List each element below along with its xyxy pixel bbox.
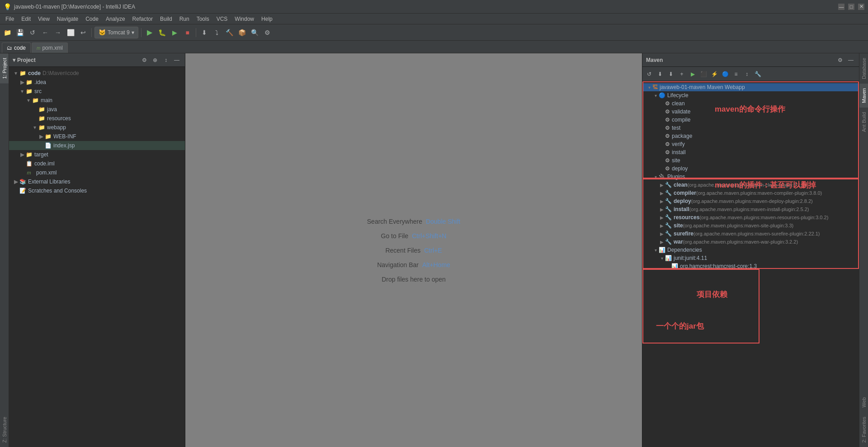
save-button[interactable]: 💾 <box>14 27 25 38</box>
maven-lifecycle-package[interactable]: ⚙ package <box>642 132 859 140</box>
menu-window[interactable]: Window <box>231 15 258 23</box>
sidebar-tab-antbuild[interactable]: Ant Build <box>859 108 868 136</box>
back-button[interactable]: ← <box>40 27 51 38</box>
tree-item-idea[interactable]: ▶ 📁 .idea <box>9 78 185 87</box>
tree-item-webapp[interactable]: ▾ 📁 webapp <box>9 123 185 132</box>
maven-lifecycle-verify[interactable]: ⚙ verify <box>642 140 859 148</box>
menu-vcs[interactable]: VCS <box>213 15 231 23</box>
tree-item-code[interactable]: ▾ 📁 code D:\Maven\code <box>9 69 185 78</box>
maven-plugin-deploy[interactable]: ▶ 🔧 deploy (org.apache.maven.plugins:mav… <box>642 197 859 205</box>
close-button[interactable]: ✕ <box>858 4 864 10</box>
sidebar-tab-favorites[interactable]: 2: Favorites <box>859 412 868 447</box>
step-over-button[interactable]: ⬇ <box>199 27 210 38</box>
maven-download-sources-btn[interactable]: ⬇ <box>666 69 676 79</box>
menu-edit[interactable]: Edit <box>18 15 34 23</box>
sidebar-tab-web[interactable]: Web <box>859 393 868 412</box>
toolbar-btn1[interactable]: ⬜ <box>65 27 76 38</box>
step-into-button[interactable]: ⤵ <box>212 27 222 38</box>
tree-item-webinf[interactable]: ▶ 📁 WEB-INF <box>9 132 185 141</box>
maven-skip-tests-btn[interactable]: ⚡ <box>709 69 719 79</box>
sidebar-tab-database[interactable]: Database <box>859 53 868 84</box>
tree-item-codeiml[interactable]: 📋 code.iml <box>9 159 185 168</box>
maven-lifecycle-clean[interactable]: ⚙ clean <box>642 99 859 108</box>
menu-view[interactable]: View <box>34 15 53 23</box>
maven-lifecycle-test[interactable]: ⚙ test <box>642 124 859 132</box>
tree-item-external-libs[interactable]: ▶ 📚 External Libraries <box>9 177 185 186</box>
sidebar-tab-maven[interactable]: Maven <box>859 84 868 108</box>
title-bar-controls[interactable]: — □ ✕ <box>838 4 864 10</box>
menu-build[interactable]: Build <box>156 15 176 23</box>
tab-pom[interactable]: m pom.xml <box>32 42 68 53</box>
maven-dep-hamcrest[interactable]: 📊 org.hamcrest:hamcrest-core:1.3 <box>642 262 859 270</box>
tree-item-pomxml[interactable]: m pom.xml <box>9 168 185 177</box>
menu-tools[interactable]: Tools <box>193 15 213 23</box>
open-file-button[interactable]: 📁 <box>2 27 13 38</box>
maven-plugin-site[interactable]: ▶ 🔧 site (org.apache.maven.plugins:maven… <box>642 221 859 230</box>
maven-add-btn[interactable]: + <box>677 69 687 79</box>
tree-item-target[interactable]: ▶ 📁 target <box>9 150 185 159</box>
menu-run[interactable]: Run <box>176 15 193 23</box>
panel-scope-btn[interactable]: ⊕ <box>151 56 160 65</box>
toolbar-btn2[interactable]: ↩ <box>78 27 89 38</box>
maven-lifecycle-compile[interactable]: ⚙ compile <box>642 116 859 124</box>
maven-dependencies-header[interactable]: ▾ 📊 Dependencies <box>642 246 859 254</box>
debug-button[interactable]: 🐛 <box>157 27 168 38</box>
maven-refresh-btn[interactable]: ↺ <box>644 69 654 79</box>
maven-project-root[interactable]: ▾ 🏗 javaweb-01-maven Maven Webapp <box>642 83 859 91</box>
tree-item-src[interactable]: ▾ 📁 src <box>9 87 185 96</box>
tree-item-scratches[interactable]: 📝 Scratches and Consoles <box>9 186 185 195</box>
refresh-button[interactable]: ↺ <box>27 27 38 38</box>
panel-collapse-btn[interactable]: — <box>172 56 181 65</box>
maven-lifecycle-header[interactable]: ▾ 🔵 Lifecycle <box>642 91 859 99</box>
run-with-coverage-button[interactable]: ▶ <box>170 27 180 38</box>
sidebar-tab-structure[interactable]: Z: Structure <box>0 412 9 447</box>
maven-config-btn[interactable]: 🔧 <box>753 69 763 79</box>
menu-help[interactable]: Help <box>258 15 276 23</box>
maven-collapse-btn[interactable]: ↕ <box>742 69 752 79</box>
tree-item-resources[interactable]: 📁 resources <box>9 114 185 123</box>
tree-item-indexjsp[interactable]: 📄 index.jsp <box>9 141 185 150</box>
maven-download-btn[interactable]: ⬇ <box>655 69 665 79</box>
maven-lifecycle-validate[interactable]: ⚙ validate <box>642 108 859 116</box>
menu-file[interactable]: File <box>2 15 18 23</box>
maven-dep-junit[interactable]: ▾ 📊 junit:junit:4.11 <box>642 254 859 262</box>
menu-analyze[interactable]: Analyze <box>102 15 129 23</box>
forward-button[interactable]: → <box>52 27 63 38</box>
maven-plugin-war[interactable]: ▶ 🔧 war (org.apache.maven.plugins:maven-… <box>642 238 859 246</box>
toolbar-artifact-btn[interactable]: 📦 <box>237 27 248 38</box>
maven-minimize-btn[interactable]: — <box>846 56 855 65</box>
panel-settings-btn[interactable]: ⚙ <box>140 56 149 65</box>
tab-code[interactable]: 🗂 code <box>2 42 31 53</box>
maven-plugin-surefire[interactable]: ▶ 🔧 surefire (org.apache.maven.plugins:m… <box>642 230 859 238</box>
menu-navigate[interactable]: Navigate <box>53 15 82 23</box>
stop-button[interactable]: ■ <box>182 27 193 38</box>
maven-run-btn[interactable]: ▶ <box>688 69 698 79</box>
maven-plugin-clean[interactable]: ▶ 🔧 clean (org.apache.maven.plugins:mave… <box>642 181 859 189</box>
maven-lifecycle-deploy[interactable]: ⚙ deploy <box>642 165 859 173</box>
sidebar-tab-project[interactable]: 1: Project <box>0 53 9 83</box>
maven-plugin-resources[interactable]: ▶ 🔧 resources (org.apache.maven.plugins:… <box>642 213 859 221</box>
search-everywhere-button[interactable]: 🔍 <box>250 27 260 38</box>
toolbar-build-btn[interactable]: 🔨 <box>224 27 235 38</box>
panel-sync-btn[interactable]: ↕ <box>161 56 170 65</box>
toolbar-separator-3 <box>196 28 196 37</box>
maven-run-config-btn[interactable]: ⬛ <box>698 69 708 79</box>
maven-profiles-btn[interactable]: 🔵 <box>720 69 730 79</box>
maven-plugins-header[interactable]: ▾ 🔌 Plugins <box>642 173 859 181</box>
maven-lifecycle-install[interactable]: ⚙ install <box>642 148 859 156</box>
settings-button[interactable]: ⚙ <box>262 27 273 38</box>
menu-refactor[interactable]: Refactor <box>129 15 156 23</box>
tree-item-java[interactable]: 📁 java <box>9 105 185 114</box>
minimize-button[interactable]: — <box>838 4 844 10</box>
maven-plugin-install[interactable]: ▶ 🔧 install (org.apache.maven.plugins:ma… <box>642 205 859 213</box>
tree-item-main[interactable]: ▾ 📁 main <box>9 96 185 105</box>
maximize-button[interactable]: □ <box>848 4 854 10</box>
maven-plugin-compiler[interactable]: ▶ 🔧 compiler (org.apache.maven.plugins:m… <box>642 189 859 197</box>
maven-tree-btn[interactable]: ≡ <box>731 69 741 79</box>
menu-code[interactable]: Code <box>82 15 102 23</box>
tree-arrow-src: ▾ <box>19 88 25 94</box>
maven-settings-btn[interactable]: ⚙ <box>835 56 844 65</box>
run-button[interactable]: ▶ <box>144 27 155 38</box>
tomcat-config-button[interactable]: 🐱 Tomcat 9 ▾ <box>94 27 138 38</box>
maven-lifecycle-site[interactable]: ⚙ site <box>642 156 859 165</box>
